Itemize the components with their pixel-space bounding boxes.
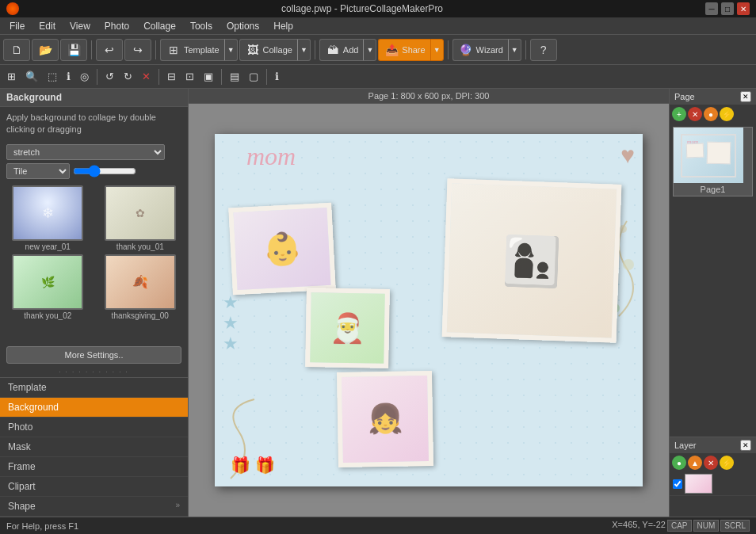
- tile-slider[interactable]: [73, 166, 136, 177]
- template-button[interactable]: ⊞ Template: [160, 39, 224, 61]
- page-panel-header: Page ✕: [670, 89, 756, 105]
- nav-mask[interactable]: Mask: [0, 437, 188, 457]
- thumbnail-area: ❄ new year_01 ✿ thank you_01 🌿 thank you…: [0, 182, 188, 343]
- menu-edit[interactable]: Edit: [32, 19, 62, 33]
- share-button[interactable]: 📤 Share: [378, 39, 430, 61]
- redo-button[interactable]: ↪: [124, 39, 151, 61]
- collage-dropdown[interactable]: ▼: [297, 39, 311, 61]
- tile-select[interactable]: Tile: [6, 163, 70, 179]
- tb2-btn-info2[interactable]: ℹ: [271, 67, 283, 86]
- page-panel-close[interactable]: ✕: [740, 91, 751, 102]
- canvas-photo-2[interactable]: 👩‍👦: [442, 178, 622, 343]
- menu-help[interactable]: Help: [267, 19, 300, 33]
- add-button[interactable]: 🏔 Add: [319, 39, 364, 61]
- tb2-btn-circle[interactable]: ◎: [76, 67, 93, 86]
- page-controls: + ✕ ● ⚡: [670, 105, 756, 124]
- status-cap: CAP: [667, 520, 692, 532]
- thumbnail-new-year-01[interactable]: ❄ new year_01: [3, 185, 93, 251]
- thumbnail-thanksgiving-00[interactable]: 🍂 thanksgiving_00: [96, 254, 185, 320]
- menu-view[interactable]: View: [63, 19, 97, 33]
- nav-photo[interactable]: Photo: [0, 418, 188, 437]
- wizard-button-label: Wizard: [476, 45, 503, 55]
- minimize-button[interactable]: ─: [705, 2, 718, 15]
- page-thumbnail-image: mom: [674, 128, 743, 183]
- tb2-btn-search[interactable]: 🔍: [21, 67, 42, 86]
- tb2-btn-box5[interactable]: ▢: [245, 67, 262, 86]
- tb2-btn-grid[interactable]: ⊞: [3, 67, 20, 86]
- canvas-photo-3[interactable]: 🎅: [305, 288, 390, 368]
- page-panel-title: Page: [674, 92, 695, 101]
- nav-frame[interactable]: Frame: [0, 457, 188, 477]
- tb2-btn-redo[interactable]: ↻: [120, 67, 136, 86]
- layer-item-1[interactable]: [670, 472, 756, 496]
- tb2-btn-box1[interactable]: ⊟: [163, 67, 180, 86]
- tb2-btn-box3[interactable]: ▣: [200, 67, 217, 86]
- add-dropdown[interactable]: ▼: [363, 39, 376, 61]
- tb2-btn-cancel[interactable]: ✕: [138, 67, 155, 86]
- layer-visibility-1[interactable]: [673, 479, 682, 489]
- expand-icon: »: [175, 501, 180, 509]
- layer-panel-header: Layer ✕: [670, 437, 756, 453]
- template-dropdown[interactable]: ▼: [224, 39, 238, 61]
- layer-add-button[interactable]: ●: [672, 456, 686, 470]
- nav-background[interactable]: Background: [0, 398, 188, 418]
- menu-options[interactable]: Options: [220, 19, 265, 33]
- window-title: collage.pwp - PictureCollageMakerPro: [19, 3, 705, 14]
- page-panel: Page ✕ + ✕ ● ⚡ mom Page1: [670, 89, 756, 437]
- titlebar: collage.pwp - PictureCollageMakerPro ─ □…: [0, 0, 756, 17]
- close-button[interactable]: ✕: [737, 2, 750, 15]
- new-button[interactable]: 🗋: [3, 39, 30, 61]
- open-button[interactable]: 📂: [32, 39, 59, 61]
- canvas-viewport[interactable]: mom ♥ ★★★: [189, 104, 669, 517]
- save-button[interactable]: 💾: [60, 39, 87, 61]
- menubar: File Edit View Photo Collage Tools Optio…: [0, 17, 756, 35]
- tb2-btn-select[interactable]: ⬚: [44, 67, 61, 86]
- canvas-frame[interactable]: mom ♥ ★★★: [215, 134, 643, 486]
- wizard-button[interactable]: 🔮 Wizard: [452, 39, 508, 61]
- layer-list: [670, 472, 756, 496]
- background-panel-header: Background: [0, 89, 188, 107]
- nav-shape[interactable]: Shape »: [0, 497, 188, 517]
- menu-photo[interactable]: Photo: [98, 19, 136, 33]
- left-panel: Background Apply background to collage b…: [0, 89, 189, 517]
- tb2-btn-undo[interactable]: ↺: [101, 67, 118, 86]
- nav-clipart[interactable]: Clipart: [0, 477, 188, 497]
- page-add-button[interactable]: +: [672, 107, 686, 121]
- tb2-sep2: [158, 69, 159, 85]
- maximize-button[interactable]: □: [721, 2, 734, 15]
- canvas-photo-4[interactable]: 👧: [337, 371, 433, 467]
- layer-panel-close[interactable]: ✕: [740, 440, 751, 451]
- add-button-label: Add: [343, 45, 359, 55]
- background-controls: stretch tile center fit Tile: [0, 141, 188, 182]
- share-split-button: 📤 Share ▼: [378, 39, 443, 61]
- sep4: [448, 40, 449, 59]
- layer-up-button[interactable]: ▲: [688, 456, 702, 470]
- sep5: [525, 40, 526, 59]
- undo-button[interactable]: ↩: [96, 39, 123, 61]
- layer-delete-button[interactable]: ✕: [704, 456, 718, 470]
- canvas-deco-stars: ★★★: [223, 292, 239, 354]
- page-settings-button[interactable]: ●: [704, 107, 718, 121]
- layer-lightning-button[interactable]: ⚡: [720, 456, 734, 470]
- status-help-text: For Help, press F1: [6, 521, 78, 531]
- stretch-select[interactable]: stretch tile center fit: [6, 144, 165, 160]
- menu-file[interactable]: File: [3, 19, 31, 33]
- tb2-btn-info1[interactable]: ℹ: [63, 67, 74, 86]
- menu-collage[interactable]: Collage: [137, 19, 182, 33]
- canvas-photo-1[interactable]: 👶: [228, 203, 336, 296]
- page-remove-button[interactable]: ✕: [688, 107, 702, 121]
- page-lightning-button[interactable]: ⚡: [720, 107, 734, 121]
- wizard-dropdown[interactable]: ▼: [508, 39, 521, 61]
- canvas-deco-heart: ♥: [620, 142, 635, 169]
- thumbnail-thank-you-02[interactable]: 🌿 thank you_02: [3, 254, 93, 320]
- page-thumbnail[interactable]: mom Page1: [673, 127, 753, 196]
- collage-button[interactable]: 🖼 Collage: [239, 39, 297, 61]
- more-settings-button[interactable]: More Settings..: [6, 346, 181, 364]
- menu-tools[interactable]: Tools: [184, 19, 219, 33]
- thumbnail-thank-you-01[interactable]: ✿ thank you_01: [96, 185, 185, 251]
- nav-template[interactable]: Template: [0, 378, 188, 398]
- share-dropdown[interactable]: ▼: [430, 39, 444, 61]
- tb2-btn-box2[interactable]: ⊡: [181, 67, 198, 86]
- tb2-btn-box4[interactable]: ▤: [226, 67, 243, 86]
- help-toolbar-button[interactable]: ?: [530, 39, 557, 61]
